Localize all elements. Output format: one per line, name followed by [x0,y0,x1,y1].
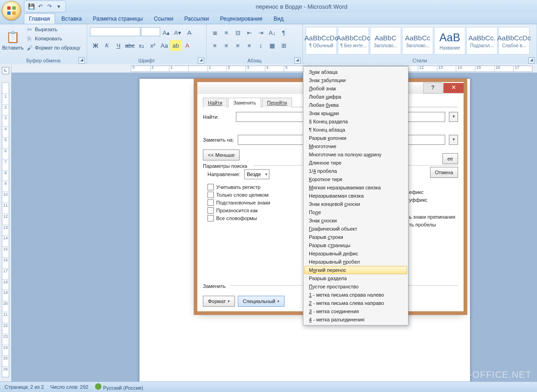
ctx-item-25[interactable]: Разрыв раздела [304,274,407,282]
style-tile-0[interactable]: AaBbCcDc¶ Обычный [306,27,337,55]
bold-button[interactable]: Ж [90,40,101,51]
cut-button[interactable]: ✂Вырезать [25,25,81,33]
ctx-item-21[interactable]: Разрыв страницы [304,241,407,249]
show-marks-button[interactable]: ¶ [278,27,289,38]
ctx-item-0[interactable]: Знак абзаца [304,68,407,76]
borders-button[interactable]: ⊞ [278,40,289,51]
tab-references[interactable]: Ссылки [149,14,178,24]
ctx-item-30[interactable]: 4 - метка разъединения [304,315,407,324]
ctx-item-2[interactable]: Любой знак [304,84,407,93]
justify-button[interactable]: ≡ [244,40,255,51]
ctx-item-12[interactable]: 1/4 пробела [304,167,407,175]
office-button[interactable] [2,1,21,20]
style-tile-3[interactable]: AaBbCcЗаголово... [402,27,433,55]
strike-button[interactable]: abc [124,40,135,51]
subscript-button[interactable]: x₂ [136,40,147,51]
align-center-button[interactable]: ≡ [221,40,232,51]
font-size-picker[interactable] [141,27,160,36]
line-spacing-button[interactable]: ↕ [255,40,266,51]
status-language[interactable]: Русский (Россия) [95,383,143,391]
ctx-item-14[interactable]: Мягкая неразрываемая связка [304,183,407,192]
multilevel-button[interactable]: ⊟ [232,27,243,38]
ctx-item-17[interactable]: Поле [304,208,407,216]
font-color-button[interactable]: A [182,40,193,51]
ctx-item-6[interactable]: § Конец раздела [304,117,407,126]
tab-view[interactable]: Вид [269,14,288,24]
ctx-item-24[interactable]: Мягкий перенос [304,266,407,274]
clipboard-dialog-launcher[interactable]: ◢ [78,57,85,64]
ctx-item-16[interactable]: Знак концевой сноски [304,200,407,208]
paste-button[interactable]: 📋 Вставить [3,25,23,55]
align-right-button[interactable]: ≡ [232,40,243,51]
format-button[interactable]: Формат [203,296,235,307]
ctx-item-13[interactable]: Короткое тире [304,175,407,183]
increase-indent-button[interactable]: ⇥ [255,27,266,38]
tab-review[interactable]: Рецензирование [215,14,267,24]
ctx-item-15[interactable]: Неразрываемая связка [304,192,407,200]
tab-selector[interactable]: L [2,67,9,74]
format-painter-button[interactable]: 🖌Формат по образцу [25,44,81,52]
font-dialog-launcher[interactable]: ◢ [198,57,204,64]
style-tile-2[interactable]: AaBbCЗаголово... [370,27,401,55]
style-tile-6[interactable]: AaBbCcDcСлабое в... [498,27,530,55]
copy-button[interactable]: ⎘Копировать [25,34,81,43]
ctx-item-29[interactable]: 3 - метка соединения [304,307,407,315]
tab-layout[interactable]: Разметка страницы [88,14,147,24]
qat-dropdown-icon[interactable]: ▾ [55,2,63,11]
status-page[interactable]: Страница: 2 из 2 [5,384,44,390]
ctx-item-11[interactable]: Длинное тире [304,159,407,167]
sort-button[interactable]: A↓ [267,27,278,38]
dialog-close-button[interactable]: ✕ [443,83,464,93]
ctx-item-20[interactable]: Разрыв строки [304,233,407,241]
cancel-button[interactable]: Отмена [430,167,458,178]
style-tile-5[interactable]: AaBbCc.Подзагол... [466,27,498,55]
ctx-item-1[interactable]: Знак табуляции [304,76,407,84]
tab-mailings[interactable]: Рассылки [179,14,213,24]
styles-dialog-launcher[interactable]: ◢ [528,57,535,64]
grow-font-button[interactable]: A▴ [161,27,172,38]
tab-find[interactable]: Найти [203,98,227,107]
para-dialog-launcher[interactable]: ◢ [294,57,301,64]
status-words[interactable]: Число слов: 292 [50,384,89,390]
font-family-picker[interactable] [90,27,140,36]
superscript-button[interactable]: x² [147,40,158,51]
ctx-item-28[interactable]: 2 - метка письма слева направо [304,299,407,307]
undo-icon[interactable]: ↶ [36,2,45,11]
ctx-item-3[interactable]: Любая цифра [304,93,407,101]
special-button[interactable]: Специальный [238,296,285,307]
tab-goto[interactable]: Перейти [262,98,292,107]
style-tile-1[interactable]: AaBbCcDc¶ Без инте... [338,27,369,55]
underline-button[interactable]: Ч [113,40,124,51]
bullets-button[interactable]: ≣ [209,27,220,38]
save-icon[interactable]: 💾 [27,2,35,11]
ctx-item-19[interactable]: Графический объект [304,225,407,233]
italic-button[interactable]: К [101,40,112,51]
ctx-item-18[interactable]: Знак сноски [304,216,407,225]
tab-replace[interactable]: Заменить [228,98,261,107]
ctx-item-5[interactable]: Знак крышки [304,109,407,117]
redo-icon[interactable]: ↷ [45,2,54,11]
ctx-item-10[interactable]: Многоточие на полную ширину [304,150,407,159]
ctx-item-23[interactable]: Неразрывный пробел [304,258,407,266]
tab-insert[interactable]: Вставка [57,14,87,24]
ctx-item-8[interactable]: Разрыв колонки [304,134,407,142]
ctx-item-27[interactable]: 1 - метка письма справа налево [304,291,407,299]
ctx-item-9[interactable]: Многоточие [304,142,407,150]
change-case-button[interactable]: Aa [159,40,170,51]
highlight-button[interactable]: ab [170,40,181,51]
style-tile-4[interactable]: AaBНазвание [434,27,465,55]
ctx-item-4[interactable]: Любая буква [304,101,407,109]
replace-dropdown[interactable]: ▾ [449,135,458,145]
align-left-button[interactable]: ≡ [209,40,220,51]
find-dropdown[interactable]: ▾ [449,112,458,122]
ee-button[interactable]: ее [442,153,458,164]
clear-formatting-button[interactable]: A̶ [184,27,195,38]
direction-select[interactable]: Везде [244,169,270,179]
less-button[interactable]: << Меньше [203,149,240,160]
numbering-button[interactable]: ≡ [221,27,232,38]
ctx-item-22[interactable]: Неразрывный дефис [304,249,407,258]
decrease-indent-button[interactable]: ⇤ [244,27,255,38]
ctx-item-26[interactable]: Пустое пространство [304,282,407,291]
shrink-font-button[interactable]: A▾ [172,27,183,38]
tab-home[interactable]: Главная [24,13,55,24]
